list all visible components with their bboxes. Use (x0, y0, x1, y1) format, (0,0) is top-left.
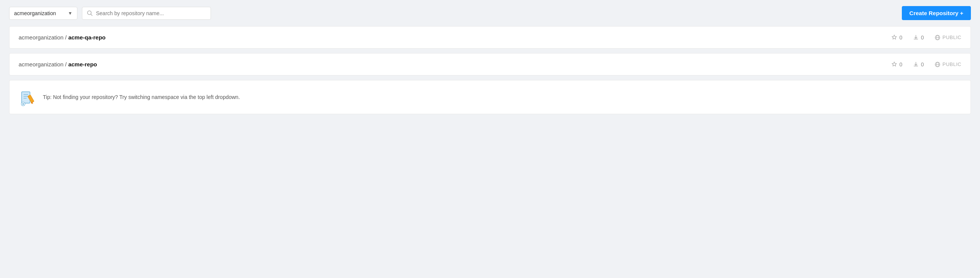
tip-illustration (19, 88, 37, 106)
tip-text: Tip: Not finding your repository? Try sw… (43, 94, 240, 100)
star-icon (891, 62, 897, 68)
search-bar-container (82, 7, 211, 20)
namespace-label: acmeorganization (14, 10, 56, 16)
search-input[interactable] (96, 10, 206, 16)
repo-full-name-0: acmeorganization / acme-qa-repo (19, 34, 105, 41)
repo-visibility-0: PUBLIC (934, 35, 961, 41)
repo-full-name-1: acmeorganization / acme-repo (19, 61, 97, 68)
content-area: acmeorganization / acme-qa-repo 0 0 (0, 26, 980, 114)
repo-visibility-1: PUBLIC (934, 62, 961, 68)
create-repository-button[interactable]: Create Repository + (902, 6, 971, 20)
svg-rect-15 (22, 103, 24, 105)
repo-meta-1: 0 0 PUBLIC (891, 62, 961, 68)
repo-namespace-0: acmeorganization (19, 34, 64, 41)
repo-name-1[interactable]: acme-repo (68, 61, 97, 68)
repo-namespace-1: acmeorganization (19, 61, 64, 68)
chevron-down-icon: ▼ (68, 11, 72, 16)
svg-line-1 (91, 14, 92, 16)
globe-icon (934, 62, 940, 68)
top-bar: acmeorganization ▼ Create Repository + (0, 0, 980, 26)
search-icon (87, 10, 93, 16)
tip-card: Tip: Not finding your repository? Try sw… (9, 80, 971, 114)
repo-stars-1: 0 (891, 62, 902, 68)
repo-card-1: acmeorganization / acme-repo 0 0 (9, 53, 971, 75)
download-icon (913, 35, 919, 41)
repo-separator-1: / (65, 61, 68, 68)
repo-stars-0: 0 (891, 35, 902, 41)
namespace-dropdown[interactable]: acmeorganization ▼ (9, 7, 77, 20)
star-icon (891, 35, 897, 41)
repo-meta-0: 0 0 PUBLIC (891, 35, 961, 41)
repo-downloads-1: 0 (913, 62, 924, 68)
repo-name-0[interactable]: acme-qa-repo (68, 34, 105, 41)
repo-card-0: acmeorganization / acme-qa-repo 0 0 (9, 26, 971, 49)
globe-icon (934, 35, 940, 41)
repo-downloads-0: 0 (913, 35, 924, 41)
repo-separator-0: / (65, 34, 68, 41)
download-icon (913, 62, 919, 68)
